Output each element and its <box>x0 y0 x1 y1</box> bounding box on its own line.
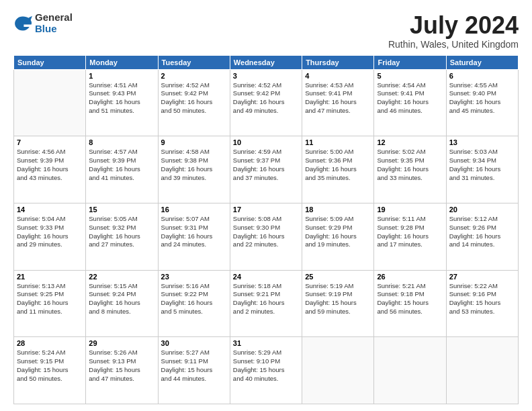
day-info: Sunrise: 5:24 AM Sunset: 9:15 PM Dayligh… <box>17 349 83 383</box>
calendar-cell-w1-d3: 2Sunrise: 4:52 AM Sunset: 9:42 PM Daylig… <box>158 69 230 136</box>
day-number: 17 <box>233 205 299 214</box>
day-number: 7 <box>17 138 83 146</box>
day-number: 20 <box>449 205 515 214</box>
week-row-1: 1Sunrise: 4:51 AM Sunset: 9:43 PM Daylig… <box>14 69 519 136</box>
day-info: Sunrise: 5:18 AM Sunset: 9:21 PM Dayligh… <box>233 282 299 316</box>
day-info: Sunrise: 5:07 AM Sunset: 9:31 PM Dayligh… <box>161 215 227 249</box>
day-info: Sunrise: 5:08 AM Sunset: 9:30 PM Dayligh… <box>233 215 299 249</box>
day-info: Sunrise: 5:02 AM Sunset: 9:35 PM Dayligh… <box>377 148 443 182</box>
calendar-cell-w3-d3: 16Sunrise: 5:07 AM Sunset: 9:31 PM Dayli… <box>158 203 230 270</box>
day-number: 28 <box>17 339 83 347</box>
day-number: 16 <box>161 205 227 214</box>
calendar-cell-w2-d4: 10Sunrise: 4:59 AM Sunset: 9:37 PM Dayli… <box>230 136 302 203</box>
day-info: Sunrise: 5:19 AM Sunset: 9:19 PM Dayligh… <box>305 282 371 316</box>
col-monday: Monday <box>86 55 158 69</box>
calendar-cell-w2-d6: 12Sunrise: 5:02 AM Sunset: 9:35 PM Dayli… <box>374 136 446 203</box>
calendar-cell-w4-d5: 25Sunrise: 5:19 AM Sunset: 9:19 PM Dayli… <box>302 270 374 337</box>
logo-icon <box>13 14 32 33</box>
calendar-cell-w5-d6 <box>374 337 446 404</box>
location: Ruthin, Wales, United Kingdom <box>388 39 519 50</box>
day-info: Sunrise: 4:59 AM Sunset: 9:37 PM Dayligh… <box>233 148 299 182</box>
day-number: 13 <box>449 138 515 146</box>
day-info: Sunrise: 4:57 AM Sunset: 9:39 PM Dayligh… <box>89 148 154 182</box>
calendar-cell-w4-d1: 21Sunrise: 5:13 AM Sunset: 9:25 PM Dayli… <box>14 270 86 337</box>
calendar-cell-w5-d4: 31Sunrise: 5:29 AM Sunset: 9:10 PM Dayli… <box>230 337 302 404</box>
day-info: Sunrise: 4:51 AM Sunset: 9:43 PM Dayligh… <box>89 81 154 116</box>
calendar-cell-w2-d5: 11Sunrise: 5:00 AM Sunset: 9:36 PM Dayli… <box>302 136 374 203</box>
day-info: Sunrise: 5:26 AM Sunset: 9:13 PM Dayligh… <box>89 349 154 383</box>
col-tuesday: Tuesday <box>158 55 230 69</box>
col-wednesday: Wednesday <box>230 55 302 69</box>
day-info: Sunrise: 5:22 AM Sunset: 9:16 PM Dayligh… <box>449 282 515 316</box>
day-number: 21 <box>17 273 83 281</box>
day-info: Sunrise: 5:00 AM Sunset: 9:36 PM Dayligh… <box>305 148 371 182</box>
day-number: 18 <box>305 205 371 214</box>
day-info: Sunrise: 5:03 AM Sunset: 9:34 PM Dayligh… <box>449 148 515 182</box>
day-number: 27 <box>449 273 515 281</box>
day-number: 15 <box>89 205 154 214</box>
calendar-cell-w4-d2: 22Sunrise: 5:15 AM Sunset: 9:24 PM Dayli… <box>86 270 158 337</box>
calendar-cell-w1-d7: 6Sunrise: 4:55 AM Sunset: 9:40 PM Daylig… <box>446 69 518 136</box>
calendar-cell-w1-d4: 3Sunrise: 4:52 AM Sunset: 9:42 PM Daylig… <box>230 69 302 136</box>
day-info: Sunrise: 5:04 AM Sunset: 9:33 PM Dayligh… <box>17 215 83 249</box>
week-row-3: 14Sunrise: 5:04 AM Sunset: 9:33 PM Dayli… <box>14 203 519 270</box>
day-info: Sunrise: 5:29 AM Sunset: 9:10 PM Dayligh… <box>233 349 299 383</box>
logo-general-text: General <box>35 12 73 24</box>
week-row-5: 28Sunrise: 5:24 AM Sunset: 9:15 PM Dayli… <box>14 337 519 404</box>
calendar-table: Sunday Monday Tuesday Wednesday Thursday… <box>13 55 519 404</box>
day-info: Sunrise: 4:52 AM Sunset: 9:42 PM Dayligh… <box>233 81 299 116</box>
day-number: 2 <box>161 72 227 80</box>
logo: General Blue <box>13 12 73 34</box>
calendar-cell-w3-d7: 20Sunrise: 5:12 AM Sunset: 9:26 PM Dayli… <box>446 203 518 270</box>
day-number: 1 <box>89 72 154 80</box>
calendar-cell-w3-d6: 19Sunrise: 5:11 AM Sunset: 9:28 PM Dayli… <box>374 203 446 270</box>
day-number: 26 <box>377 273 443 281</box>
day-info: Sunrise: 5:11 AM Sunset: 9:28 PM Dayligh… <box>377 215 443 249</box>
day-number: 25 <box>305 273 371 281</box>
day-number: 24 <box>233 273 299 281</box>
day-info: Sunrise: 4:53 AM Sunset: 9:41 PM Dayligh… <box>305 81 371 116</box>
logo-blue-text: Blue <box>35 24 73 35</box>
day-number: 31 <box>233 339 299 347</box>
calendar-cell-w2-d1: 7Sunrise: 4:56 AM Sunset: 9:39 PM Daylig… <box>14 136 86 203</box>
day-number: 3 <box>233 72 299 80</box>
day-info: Sunrise: 5:27 AM Sunset: 9:11 PM Dayligh… <box>161 349 227 383</box>
logo-text: General Blue <box>35 12 73 34</box>
calendar-cell-w5-d7 <box>446 337 518 404</box>
day-info: Sunrise: 5:15 AM Sunset: 9:24 PM Dayligh… <box>89 282 154 316</box>
calendar-header-row: Sunday Monday Tuesday Wednesday Thursday… <box>14 55 519 69</box>
calendar-cell-w4-d4: 24Sunrise: 5:18 AM Sunset: 9:21 PM Dayli… <box>230 270 302 337</box>
day-number: 8 <box>89 138 154 146</box>
calendar-cell-w3-d4: 17Sunrise: 5:08 AM Sunset: 9:30 PM Dayli… <box>230 203 302 270</box>
calendar-cell-w1-d2: 1Sunrise: 4:51 AM Sunset: 9:43 PM Daylig… <box>86 69 158 136</box>
calendar-cell-w2-d3: 9Sunrise: 4:58 AM Sunset: 9:38 PM Daylig… <box>158 136 230 203</box>
day-info: Sunrise: 4:52 AM Sunset: 9:42 PM Dayligh… <box>161 81 227 116</box>
calendar-cell-w1-d5: 4Sunrise: 4:53 AM Sunset: 9:41 PM Daylig… <box>302 69 374 136</box>
day-info: Sunrise: 5:09 AM Sunset: 9:29 PM Dayligh… <box>305 215 371 249</box>
day-number: 22 <box>89 273 154 281</box>
col-thursday: Thursday <box>302 55 374 69</box>
title-area: July 2024 Ruthin, Wales, United Kingdom <box>388 12 519 50</box>
day-info: Sunrise: 5:16 AM Sunset: 9:22 PM Dayligh… <box>161 282 227 316</box>
day-number: 4 <box>305 72 371 80</box>
calendar-cell-w4-d6: 26Sunrise: 5:21 AM Sunset: 9:18 PM Dayli… <box>374 270 446 337</box>
month-title: July 2024 <box>388 12 519 39</box>
day-info: Sunrise: 5:12 AM Sunset: 9:26 PM Dayligh… <box>449 215 515 249</box>
calendar-cell-w5-d3: 30Sunrise: 5:27 AM Sunset: 9:11 PM Dayli… <box>158 337 230 404</box>
week-row-2: 7Sunrise: 4:56 AM Sunset: 9:39 PM Daylig… <box>14 136 519 203</box>
calendar-cell-w5-d5 <box>302 337 374 404</box>
day-number: 9 <box>161 138 227 146</box>
col-saturday: Saturday <box>446 55 518 69</box>
calendar-cell-w3-d2: 15Sunrise: 5:05 AM Sunset: 9:32 PM Dayli… <box>86 203 158 270</box>
day-number: 5 <box>377 72 443 80</box>
day-number: 14 <box>17 205 83 214</box>
calendar-cell-w1-d1 <box>14 69 86 136</box>
header: General Blue July 2024 Ruthin, Wales, Un… <box>13 12 519 50</box>
calendar-cell-w2-d2: 8Sunrise: 4:57 AM Sunset: 9:39 PM Daylig… <box>86 136 158 203</box>
day-number: 19 <box>377 205 443 214</box>
day-number: 30 <box>161 339 227 347</box>
day-number: 6 <box>449 72 515 80</box>
day-number: 10 <box>233 138 299 146</box>
day-info: Sunrise: 4:56 AM Sunset: 9:39 PM Dayligh… <box>17 148 83 182</box>
calendar-cell-w2-d7: 13Sunrise: 5:03 AM Sunset: 9:34 PM Dayli… <box>446 136 518 203</box>
